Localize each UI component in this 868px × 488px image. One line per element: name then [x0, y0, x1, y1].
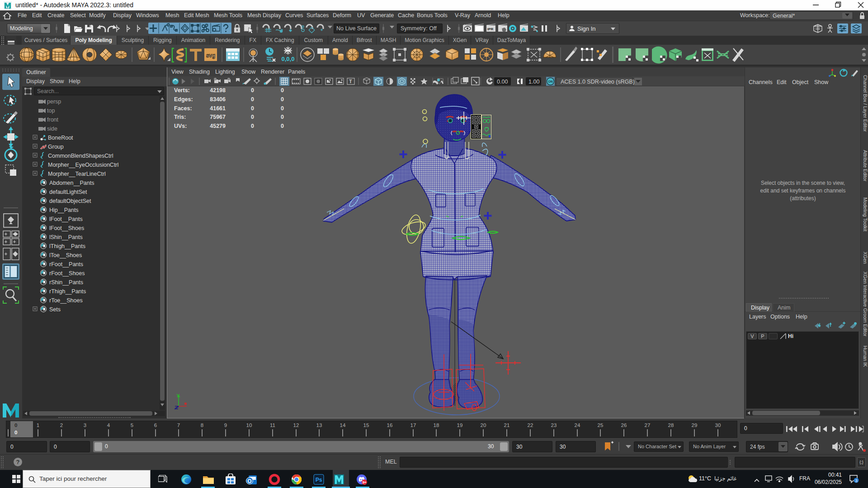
svg-text:side: side	[47, 126, 57, 132]
svg-text:BoneRoot: BoneRoot	[48, 135, 73, 141]
svg-text:O: O	[247, 478, 251, 484]
svg-text:Edges:: Edges:	[174, 96, 193, 103]
svg-text:lToe__Shoes: lToe__Shoes	[49, 252, 82, 258]
svg-text:top: top	[47, 108, 55, 114]
svg-text:T: T	[349, 79, 352, 84]
svg-text:27: 27	[645, 422, 651, 428]
svg-text:ON: ON	[548, 80, 553, 83]
svg-text:Sets: Sets	[49, 306, 61, 313]
svg-text:0.00: 0.00	[497, 79, 508, 85]
svg-text:lThigh__Pants: lThigh__Pants	[49, 243, 85, 249]
svg-text:IPR: IPR	[487, 27, 494, 31]
svg-text:10: 10	[246, 422, 252, 428]
svg-text:Tris:: Tris:	[174, 114, 186, 120]
svg-text:83406: 83406	[210, 96, 226, 103]
svg-text:lShin__Pants: lShin__Pants	[49, 234, 83, 240]
svg-text:5: 5	[131, 422, 133, 428]
svg-text:41661: 41661	[210, 105, 226, 112]
svg-text:persp: persp	[47, 99, 61, 105]
svg-text:0: 0	[251, 87, 254, 94]
svg-text:0: 0	[14, 422, 17, 428]
svg-text:14: 14	[340, 422, 346, 428]
svg-text:75967: 75967	[210, 114, 226, 120]
svg-text:21: 21	[504, 422, 510, 428]
svg-text:UVs:: UVs:	[174, 123, 187, 129]
svg-text:28: 28	[668, 422, 674, 428]
svg-text:9+: 9+	[363, 480, 367, 484]
svg-text:0: 0	[251, 96, 254, 103]
svg-text:front: front	[47, 117, 59, 123]
svg-text:17: 17	[410, 422, 416, 428]
svg-text:Morpher__TearLineCtrl: Morpher__TearLineCtrl	[48, 171, 106, 177]
svg-text:Morpher__EyeOcclusionCtrl: Morpher__EyeOcclusionCtrl	[48, 162, 118, 168]
svg-text:25: 25	[598, 422, 604, 428]
svg-text:rFoot__Pants: rFoot__Pants	[49, 261, 83, 267]
svg-text:3: 3	[855, 479, 857, 483]
svg-text:Group: Group	[48, 144, 64, 150]
svg-text:lFoot__Pants: lFoot__Pants	[49, 216, 83, 222]
svg-text:0: 0	[281, 114, 284, 120]
svg-text:svg: svg	[206, 52, 216, 59]
svg-text:7: 7	[177, 422, 180, 428]
svg-text:24: 24	[575, 422, 580, 428]
svg-text:15: 15	[363, 422, 369, 428]
svg-text:45279: 45279	[210, 123, 226, 129]
svg-text:Hip__Pants: Hip__Pants	[49, 207, 79, 213]
svg-text:defaultObjectSet: defaultObjectSet	[49, 198, 91, 204]
svg-text:Faces:: Faces:	[174, 105, 192, 112]
svg-text:8: 8	[201, 422, 203, 428]
svg-text:1.00: 1.00	[528, 79, 539, 85]
svg-text:Ps: Ps	[316, 477, 322, 483]
svg-text:3: 3	[84, 422, 86, 428]
svg-text:ACES 1.0 SDR-video (sRGB): ACES 1.0 SDR-video (sRGB)	[561, 79, 635, 85]
svg-text:6: 6	[154, 422, 157, 428]
svg-text:rThigh__Pants: rThigh__Pants	[49, 288, 86, 295]
svg-text:CommonBlendShapesCtrl: CommonBlendShapesCtrl	[48, 153, 113, 159]
svg-text:22: 22	[528, 422, 533, 428]
svg-text:0: 0	[281, 123, 284, 129]
svg-text:18: 18	[434, 422, 439, 428]
svg-text:11: 11	[270, 422, 275, 428]
svg-text:rFoot__Shoes: rFoot__Shoes	[49, 270, 85, 277]
svg-text:12: 12	[293, 422, 299, 428]
svg-text:4: 4	[107, 422, 110, 428]
svg-text:Verts:: Verts:	[174, 87, 190, 94]
svg-text:29: 29	[692, 422, 698, 428]
svg-text:Abdomen__Pants: Abdomen__Pants	[49, 180, 94, 186]
svg-text:23: 23	[551, 422, 557, 428]
svg-text:42198: 42198	[210, 87, 226, 94]
svg-text:0: 0	[281, 96, 284, 103]
svg-text:9: 9	[224, 422, 227, 428]
svg-text:0,0,0: 0,0,0	[282, 56, 295, 62]
svg-text:0: 0	[14, 430, 17, 435]
svg-text:13: 13	[316, 422, 322, 428]
svg-text:2: 2	[60, 422, 63, 428]
svg-text:lFoot__Shoes: lFoot__Shoes	[49, 225, 84, 231]
svg-text:0: 0	[251, 114, 254, 120]
svg-text:rToe__Shoes: rToe__Shoes	[49, 297, 83, 304]
svg-text:19: 19	[457, 422, 463, 428]
svg-text:16: 16	[387, 422, 393, 428]
svg-text:defaultLightSet: defaultLightSet	[49, 189, 87, 195]
svg-text:0: 0	[251, 105, 254, 112]
svg-text:30: 30	[715, 422, 721, 428]
svg-text:0: 0	[281, 87, 284, 94]
svg-text:0: 0	[251, 123, 254, 129]
svg-text:rShin__Pants: rShin__Pants	[49, 279, 83, 286]
svg-text:26: 26	[621, 422, 627, 428]
svg-text:0: 0	[281, 105, 284, 112]
svg-text:20: 20	[481, 422, 486, 428]
svg-text:1: 1	[37, 422, 39, 428]
svg-text:MAYA: MAYA	[5, 8, 10, 9]
